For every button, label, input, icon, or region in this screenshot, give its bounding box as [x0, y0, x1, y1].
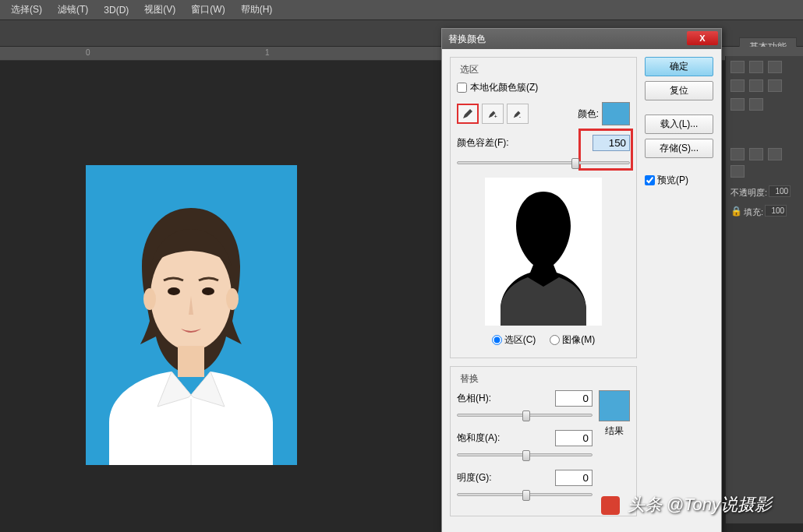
svg-text:+: + — [494, 114, 497, 119]
lightness-slider[interactable] — [457, 488, 593, 502]
ruler-tick: 1 — [265, 48, 270, 57]
right-panel: 不透明度: 🔒 填充: — [725, 56, 803, 523]
result-color-swatch[interactable] — [599, 390, 630, 421]
opacity-input[interactable] — [769, 185, 791, 197]
eyedropper-add-tool[interactable]: + — [482, 104, 504, 124]
panel-icon[interactable] — [768, 79, 782, 92]
svg-rect-6 — [178, 346, 204, 377]
svg-point-5 — [202, 287, 214, 295]
load-button[interactable]: 载入(L)... — [645, 115, 713, 134]
menu-3d[interactable]: 3D(D) — [96, 2, 136, 19]
localized-clusters-label: 本地化颜色簇(Z) — [470, 81, 538, 94]
preview-checkbox[interactable] — [645, 175, 655, 185]
svg-text:-: - — [519, 114, 522, 119]
radio-image-input[interactable] — [550, 335, 560, 345]
selection-group: 选区 本地化颜色簇(Z) + - 颜色: — [450, 57, 637, 358]
preview-label: 预览(P) — [657, 174, 688, 187]
dialog-titlebar[interactable]: 替换颜色 X — [442, 29, 721, 49]
lightness-input[interactable] — [555, 470, 593, 486]
saturation-slider[interactable] — [457, 448, 593, 462]
panel-icon[interactable] — [768, 61, 782, 73]
dialog-title: 替换颜色 — [448, 33, 486, 46]
replacement-group-title: 替换 — [457, 372, 482, 386]
eyedropper-tool[interactable] — [457, 104, 479, 124]
panel-icon[interactable] — [730, 148, 745, 160]
svg-point-3 — [226, 288, 239, 310]
dialog-close-button[interactable]: X — [687, 31, 718, 45]
panel-icon[interactable] — [749, 98, 763, 111]
panel-icon[interactable] — [768, 148, 782, 160]
watermark-icon — [601, 496, 620, 515]
fill-input[interactable] — [765, 205, 787, 217]
fuzziness-slider[interactable] — [457, 156, 630, 170]
eyedropper-minus-icon: - — [512, 108, 523, 119]
hue-input[interactable] — [555, 390, 593, 407]
fuzziness-label: 颜色容差(F): — [457, 136, 588, 150]
radio-image[interactable]: 图像(M) — [550, 333, 595, 347]
selection-preview — [485, 178, 602, 326]
watermark: 头条 @Tony说摄影 — [601, 493, 772, 516]
hue-label: 色相(H): — [457, 392, 505, 405]
panel-icon[interactable] — [749, 79, 763, 92]
saturation-label: 饱和度(A): — [457, 432, 505, 445]
radio-selection-input[interactable] — [492, 335, 502, 345]
source-color-swatch[interactable] — [602, 102, 630, 125]
menu-filter[interactable]: 滤镜(T) — [50, 0, 96, 19]
ruler-tick: 0 — [86, 48, 90, 57]
menu-view[interactable]: 视图(V) — [136, 0, 183, 19]
replace-color-dialog: 替换颜色 X 选区 本地化颜色簇(Z) + - — [441, 28, 722, 532]
portrait-photo — [86, 165, 297, 465]
opacity-label: 不透明度: — [730, 187, 767, 199]
radio-selection[interactable]: 选区(C) — [492, 333, 536, 347]
svg-point-2 — [143, 288, 156, 310]
panel-icon[interactable] — [749, 148, 763, 160]
panel-icon[interactable] — [730, 61, 745, 73]
color-label: 颜色: — [578, 107, 599, 121]
eyedropper-icon — [462, 107, 474, 120]
localized-clusters-checkbox[interactable] — [457, 83, 467, 93]
cancel-button[interactable]: 复位 — [645, 81, 713, 100]
menu-help[interactable]: 帮助(H) — [233, 0, 281, 19]
menu-bar: 选择(S) 滤镜(T) 3D(D) 视图(V) 窗口(W) 帮助(H) — ❐ — [0, 0, 803, 20]
lightness-label: 明度(G): — [457, 471, 505, 484]
hue-slider[interactable] — [457, 408, 593, 422]
document-image[interactable] — [86, 165, 297, 465]
panel-icon[interactable] — [730, 79, 745, 92]
fuzziness-input[interactable] — [593, 135, 630, 151]
saturation-input[interactable] — [555, 430, 593, 446]
panel-icon[interactable] — [749, 61, 763, 73]
lock-icon: 🔒 — [730, 206, 742, 217]
panel-icon[interactable] — [730, 165, 745, 178]
preview-checkbox-row[interactable]: 预览(P) — [645, 174, 713, 187]
selection-group-title: 选区 — [457, 63, 482, 76]
svg-point-4 — [168, 287, 180, 295]
fill-label: 填充: — [744, 206, 763, 218]
panel-icon[interactable] — [730, 98, 745, 111]
menu-window[interactable]: 窗口(W) — [183, 0, 232, 19]
result-label: 结果 — [599, 425, 630, 438]
ok-button[interactable]: 确定 — [645, 57, 713, 76]
menu-select[interactable]: 选择(S) — [3, 0, 50, 19]
save-button[interactable]: 存储(S)... — [645, 139, 713, 158]
eyedropper-subtract-tool[interactable]: - — [507, 104, 529, 124]
eyedropper-plus-icon: + — [487, 108, 498, 119]
